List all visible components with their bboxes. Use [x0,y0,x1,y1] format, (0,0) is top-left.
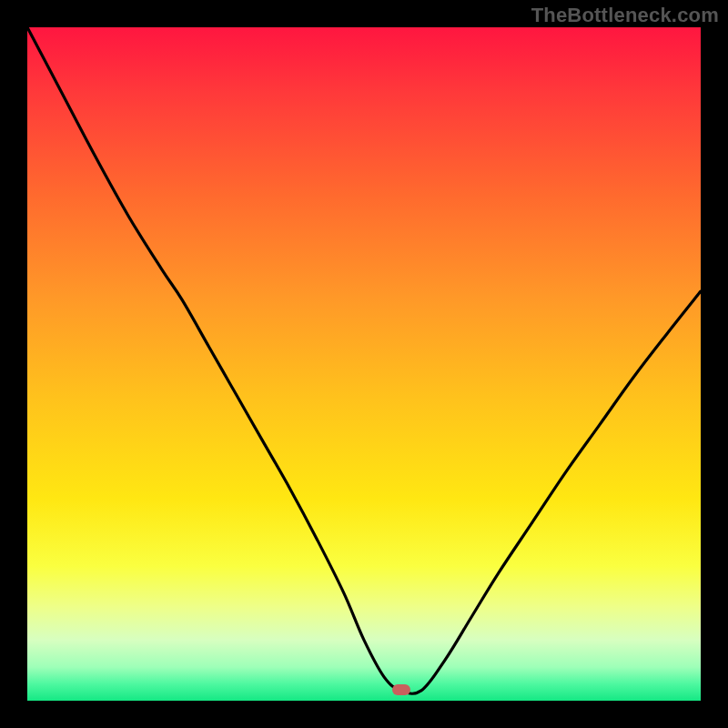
watermark-text: TheBottleneck.com [531,4,719,27]
curve-minimum-marker [392,684,410,695]
chart-stage: TheBottleneck.com [0,0,728,728]
plot-curve [27,27,701,701]
plot-frame [27,27,701,701]
